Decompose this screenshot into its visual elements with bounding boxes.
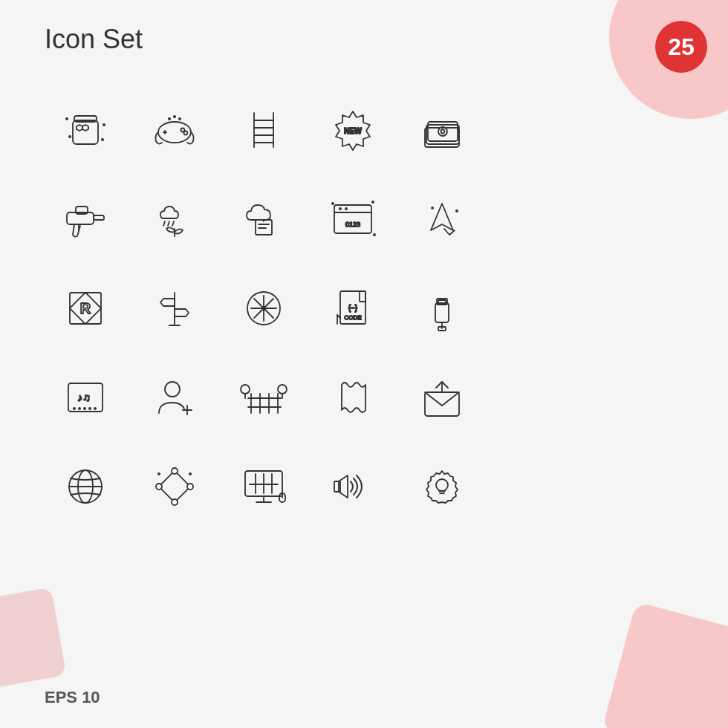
svg-text:R: R — [80, 300, 91, 316]
svg-point-50 — [431, 207, 434, 209]
svg-text:NEW: NEW — [344, 127, 362, 135]
flag-scroll-icon — [312, 357, 394, 438]
game-controller-icon — [134, 89, 215, 171]
bg-rect-decoration-right — [602, 602, 728, 728]
cloud-document-icon — [223, 178, 305, 260]
svg-point-80 — [94, 407, 97, 410]
svg-point-91 — [278, 385, 287, 394]
svg-point-44 — [345, 207, 348, 210]
new-badge-icon: NEW — [312, 89, 394, 171]
plant-rain-icon — [134, 178, 215, 260]
browser-code-icon: 0123 — [312, 178, 394, 260]
svg-point-4 — [65, 117, 68, 120]
idea-gear-icon — [401, 446, 483, 527]
svg-text:0123: 0123 — [345, 221, 360, 228]
svg-point-46 — [331, 202, 334, 205]
svg-marker-3 — [77, 125, 82, 131]
svg-point-81 — [165, 382, 180, 397]
svg-point-51 — [455, 209, 458, 212]
svg-rect-99 — [159, 471, 190, 502]
svg-rect-64 — [360, 291, 365, 302]
svg-point-6 — [68, 135, 71, 138]
svg-marker-2 — [82, 125, 88, 131]
svg-point-5 — [103, 123, 105, 126]
svg-point-90 — [241, 385, 250, 394]
svg-point-62 — [261, 306, 266, 311]
parking-icon: R — [45, 267, 126, 349]
svg-point-7 — [101, 138, 104, 141]
fence-plants-icon — [223, 357, 305, 438]
compass-icon — [223, 267, 305, 349]
svg-point-101 — [187, 484, 193, 490]
music-album-icon: ♪♫ — [45, 357, 126, 438]
monitor-icon — [223, 446, 305, 527]
bg-rect-decoration-left — [0, 587, 67, 690]
puzzle-icon — [134, 446, 215, 527]
svg-point-79 — [88, 407, 91, 410]
page-title: Icon Set — [45, 24, 143, 55]
send-mail-icon — [401, 357, 483, 438]
water-gun-icon — [45, 178, 126, 260]
svg-text:♪♫: ♪♫ — [77, 391, 91, 403]
svg-rect-0 — [73, 120, 98, 144]
signpost-icon — [134, 267, 215, 349]
svg-point-100 — [172, 468, 178, 474]
svg-line-33 — [163, 221, 165, 226]
svg-point-105 — [189, 472, 192, 475]
svg-point-15 — [178, 117, 181, 120]
svg-point-43 — [339, 207, 342, 210]
speaker-waves-icon — [312, 446, 394, 527]
svg-point-78 — [83, 407, 86, 410]
honey-jar-icon — [45, 89, 126, 171]
svg-rect-69 — [435, 303, 449, 322]
svg-point-14 — [173, 115, 176, 118]
svg-point-77 — [78, 407, 81, 410]
money-icon — [401, 89, 483, 171]
ladder-icon — [223, 89, 305, 171]
code-book-icon: {··} CODE — [312, 267, 394, 349]
svg-point-102 — [172, 499, 178, 505]
svg-point-12 — [184, 131, 188, 135]
sail-arrow-icon — [401, 178, 483, 260]
svg-point-103 — [156, 484, 162, 490]
svg-line-35 — [172, 221, 174, 226]
globe-icon — [45, 446, 126, 527]
svg-rect-71 — [438, 300, 446, 303]
svg-point-48 — [373, 233, 376, 236]
svg-point-76 — [73, 407, 76, 410]
badge-number: 25 — [655, 21, 707, 73]
svg-point-13 — [168, 117, 171, 120]
usb-icon — [401, 267, 483, 349]
svg-point-104 — [157, 472, 160, 475]
eps-label: EPS 10 — [45, 688, 100, 707]
svg-text:{··}: {··} — [348, 304, 358, 312]
svg-text:CODE: CODE — [344, 314, 361, 321]
svg-rect-37 — [256, 220, 272, 235]
svg-marker-49 — [431, 204, 453, 230]
svg-point-117 — [436, 479, 448, 491]
icons-grid: NEW — [45, 89, 483, 527]
svg-point-28 — [441, 130, 445, 134]
svg-line-34 — [168, 221, 169, 226]
svg-rect-30 — [94, 215, 104, 220]
svg-point-47 — [371, 201, 374, 204]
add-user-icon — [134, 357, 215, 438]
